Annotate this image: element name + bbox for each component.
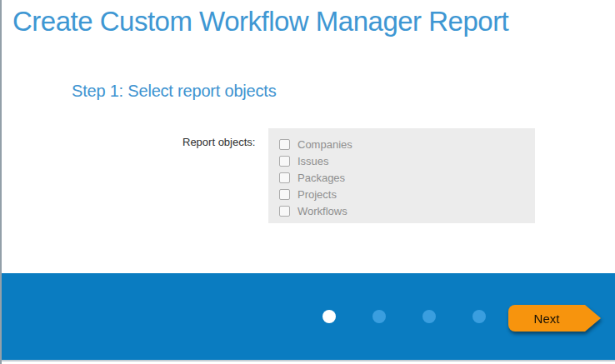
report-object-option-issues[interactable]: Issues (279, 152, 535, 169)
report-objects-list: Companies Issues Packages Projects Workf… (268, 128, 535, 223)
report-object-option-workflows[interactable]: Workflows (279, 202, 535, 219)
next-button[interactable]: Next (508, 305, 601, 332)
step-heading: Step 1: Select report objects (72, 82, 276, 101)
wizard-footer: Next (2, 273, 615, 362)
step-dot-4 (472, 310, 486, 323)
checkbox-packages[interactable] (279, 172, 290, 183)
checkbox-label: Companies (298, 138, 352, 151)
report-object-option-packages[interactable]: Packages (279, 169, 535, 186)
checkbox-projects[interactable] (279, 189, 290, 200)
report-object-option-companies[interactable]: Companies (279, 136, 535, 152)
checkbox-label: Projects (298, 188, 337, 201)
checkbox-issues[interactable] (279, 156, 290, 167)
checkbox-companies[interactable] (279, 139, 290, 150)
step-dot-1 (322, 310, 336, 323)
next-button-label: Next (508, 305, 585, 332)
checkbox-label: Workflows (298, 205, 348, 217)
checkbox-label: Packages (298, 172, 345, 184)
step-dot-3 (422, 310, 436, 323)
report-object-option-projects[interactable]: Projects (279, 186, 535, 202)
checkbox-workflows[interactable] (279, 206, 290, 217)
checkbox-label: Issues (298, 155, 329, 167)
step-indicator (322, 310, 522, 323)
page-title: Create Custom Workflow Manager Report (12, 6, 508, 37)
step-dot-2 (372, 310, 386, 323)
wizard-page: Create Custom Workflow Manager Report St… (0, 0, 615, 364)
next-button-arrow-icon (585, 305, 601, 332)
report-objects-label: Report objects: (182, 136, 255, 148)
